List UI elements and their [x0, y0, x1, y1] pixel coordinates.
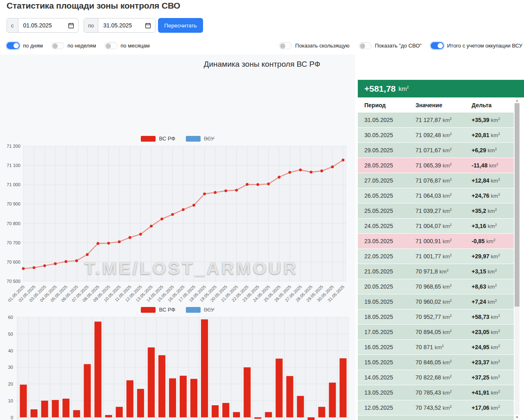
toggle-label: Итого с учетом оккупации ВСУ [447, 43, 522, 49]
legend-item-vsu[interactable]: ВСУ [186, 307, 214, 313]
table-row: 21.05.202570 971,8 km2+3,15 km2 [358, 264, 514, 279]
table-row: 27.05.202571 076,87 km2+12,84 km2 [358, 173, 514, 188]
table-row: 24.05.202571 004,07 km2+3,16 km2 [358, 219, 514, 233]
calendar-icon[interactable] [145, 18, 155, 32]
row-value: 70 846,05 km2 [416, 359, 472, 366]
row-delta: +8,63 km2 [472, 283, 514, 290]
row-value: 70 894,05 km2 [416, 329, 472, 335]
row-period: 24.05.2025 [358, 223, 416, 229]
toggle-row: по днямпо неделямпо месяцам Показать ско… [7, 41, 522, 50]
toggle-switch[interactable] [431, 42, 444, 49]
row-value: 71 000,91 km2 [416, 238, 472, 244]
row-period: 27.05.2025 [358, 177, 416, 184]
table-row: 28.05.202571 065,39 km2-11,48 km2 [358, 158, 514, 173]
row-delta: +37,25 km2 [472, 374, 514, 381]
toggle-switch[interactable] [51, 42, 64, 49]
table-body: 31.05.202571 127,87 km2+35,39 km230.05.2… [358, 113, 514, 420]
row-delta: +7,24 km2 [472, 298, 514, 305]
svg-text:20: 20 [8, 382, 13, 386]
table-row: 20.05.202570 968,65 km2+8,63 km2 [358, 279, 514, 294]
scroll-down-icon[interactable]: ▼ [515, 414, 519, 420]
row-period: 30.05.2025 [358, 132, 416, 138]
svg-text:60: 60 [8, 315, 13, 320]
row-delta: +24,76 km2 [472, 192, 514, 199]
toggle-по-дням: по дням [7, 42, 43, 49]
legend-item-vs-rf[interactable]: ВС РФ [141, 307, 175, 313]
toggle-switch[interactable] [104, 42, 117, 49]
date-to-value[interactable]: 31.05.2025 [98, 18, 145, 32]
toggle-knob [52, 43, 58, 49]
toggle-knob [14, 43, 19, 48]
table-scrollbar[interactable]: ▲ ▼ [515, 97, 519, 420]
toggle-switch[interactable] [7, 42, 20, 49]
row-value: 71 076,87 km2 [416, 177, 472, 184]
row-value: 71 092,48 km2 [416, 132, 472, 138]
row-delta: +20,81 km2 [472, 132, 514, 138]
toggle-switch[interactable] [279, 42, 292, 49]
row-delta: +23,05 km2 [472, 329, 514, 335]
toggle-switch[interactable] [359, 42, 372, 49]
total-delta-banner: +581,78 km2 [358, 80, 524, 97]
svg-text:40: 40 [8, 348, 13, 353]
recalculate-button[interactable]: Пересчитать [158, 18, 203, 33]
line-chart: 71 20071 10071 00070 90070 80070 70070 6… [0, 141, 355, 307]
svg-text:71 200: 71 200 [7, 144, 20, 149]
row-period: 25.05.2025 [358, 208, 416, 214]
table-row: 16.05.202570 871 km2+24,95 km2 [358, 340, 514, 355]
legend-swatch [141, 307, 156, 313]
scroll-up-icon[interactable]: ▲ [515, 97, 519, 103]
row-period: 28.05.2025 [358, 162, 416, 169]
row-value: 71 071,67 km2 [416, 147, 472, 154]
row-value: 71 064,03 km2 [416, 192, 472, 199]
date-from-value[interactable]: 01.05.2025 [18, 18, 68, 32]
row-period: 15.05.2025 [358, 359, 416, 366]
table-row: 26.05.202571 064,03 km2+24,76 km2 [358, 188, 514, 203]
col-period: Период [358, 102, 416, 108]
row-value: 70 871 km2 [416, 344, 472, 350]
row-value: 70 960,02 km2 [416, 298, 472, 305]
bar-chart-legend: ВС РФВСУ [0, 307, 355, 313]
col-delta: Дельта [472, 102, 514, 108]
row-delta: +12,84 km2 [472, 177, 514, 184]
toggle-по-месяцам: по месяцам [104, 42, 150, 49]
toggle-label: Показать скользящую [295, 43, 350, 49]
svg-text:50: 50 [8, 332, 13, 336]
row-period: 31.05.2025 [358, 117, 416, 123]
row-period: 18.05.2025 [358, 314, 416, 320]
display-option-toggles: Показать скользящуюПоказать "до СВО"Итог… [270, 42, 522, 49]
row-value: 70 971,8 km2 [416, 268, 472, 275]
toggle-knob [438, 43, 443, 48]
bar-chart: 6050403020100-10-2001.05.202502.05.20250… [0, 314, 355, 420]
toggle-knob [360, 43, 365, 49]
scrollbar-thumb[interactable] [515, 103, 519, 307]
svg-text:30: 30 [8, 365, 13, 370]
svg-text:10: 10 [8, 398, 13, 403]
row-delta: +29,97 km2 [472, 253, 514, 260]
row-delta: +3,16 km2 [472, 223, 514, 229]
table-row: 29.05.202571 071,67 km2+6,29 km2 [358, 143, 514, 158]
row-period: 23.05.2025 [358, 238, 416, 244]
row-delta: +6,29 km2 [472, 147, 514, 154]
bar-chart-svg: 6050403020100-10-2001.05.202502.05.20250… [0, 314, 355, 420]
date-from-prefix: с [7, 18, 18, 32]
table-row: 15.05.202570 846,05 km2+23,37 km2 [358, 355, 514, 370]
row-value: 70 743,52 km2 [416, 404, 472, 411]
table-row: 17.05.202570 894,05 km2+23,05 km2 [358, 325, 514, 339]
date-to-input[interactable]: по 31.05.2025 [84, 18, 156, 33]
toggle-показать-скользящую: Показать скользящую [279, 42, 350, 49]
row-delta: +3,15 km2 [472, 268, 514, 275]
row-delta: +23,37 km2 [472, 359, 514, 366]
date-from-input[interactable]: с 01.05.2025 [7, 18, 79, 33]
table-row: 13.05.202570 785,43 km2+41,91 km2 [358, 385, 514, 400]
row-period: 26.05.2025 [358, 192, 416, 199]
row-value: 71 065,39 km2 [416, 162, 472, 169]
toggle-knob [106, 43, 111, 49]
row-delta: +35,2 km2 [472, 208, 514, 214]
row-period: 29.05.2025 [358, 147, 416, 154]
table-row: 25.05.202571 039,27 km2+35,2 km2 [358, 203, 514, 218]
row-value: 71 039,27 km2 [416, 208, 472, 214]
row-value: 70 952,77 km2 [416, 314, 472, 320]
row-value: 71 001,77 km2 [416, 253, 472, 260]
calendar-icon[interactable] [68, 18, 78, 32]
legend-label: ВС РФ [159, 307, 175, 313]
